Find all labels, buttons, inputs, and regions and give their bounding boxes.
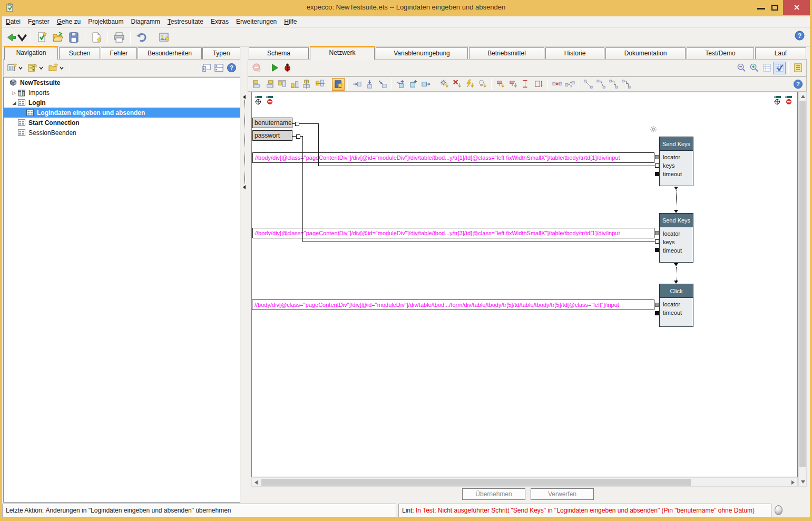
close-button[interactable]	[783, 0, 810, 15]
input-benutername[interactable]: benutername	[252, 118, 292, 128]
menu-diagramm[interactable]: Diagramm	[128, 16, 164, 27]
timeout-pin[interactable]	[655, 248, 659, 252]
snap-to-grid-button[interactable]	[773, 62, 786, 74]
tab-navigation[interactable]: Navigation	[4, 46, 58, 60]
tab-typen[interactable]: Typen	[202, 47, 240, 59]
locator-xpath-2[interactable]: //body/div[@class="pageContentDiv"]/div[…	[252, 228, 654, 238]
keys-pin[interactable]	[655, 239, 659, 244]
passwort-output-pin[interactable]	[296, 134, 300, 139]
delete-step-button[interactable]	[451, 78, 463, 91]
expander-collapsed-icon[interactable]: ▷	[11, 90, 17, 95]
tab-test-demo[interactable]: Test/Demo	[687, 47, 754, 59]
tab-lauf[interactable]: Lauf	[755, 47, 806, 59]
tree-item-sessionbeenden[interactable]: SessionBeenden	[4, 128, 240, 138]
add-step-below-button[interactable]	[363, 78, 376, 91]
new-item-button[interactable]	[26, 62, 39, 74]
new-block-button[interactable]	[407, 78, 419, 91]
split-window-button[interactable]	[212, 62, 225, 74]
new-diagram-dropdown[interactable]	[18, 61, 23, 75]
tab-dokumentation[interactable]: Dokumentation	[605, 47, 686, 59]
connection-style-step2-button[interactable]	[607, 78, 620, 91]
debug-button[interactable]	[281, 62, 294, 74]
step-node-send-keys-1[interactable]: Send Keys locator keys timeout	[659, 137, 693, 186]
diagram-help-button[interactable]: ?	[791, 78, 804, 91]
show-grid-button[interactable]	[760, 62, 773, 74]
align-center-vertical-button[interactable]	[314, 78, 326, 91]
open-button[interactable]	[50, 30, 66, 45]
scroll-up-arrow[interactable]	[801, 95, 805, 98]
help-button[interactable]: ?	[795, 31, 805, 42]
vertical-scroll-thumb[interactable]	[799, 101, 806, 467]
menu-testresultate[interactable]: Testresultate	[164, 16, 207, 27]
reconnect-pins-button[interactable]: ?	[563, 78, 576, 91]
menu-extras[interactable]: Extras	[207, 16, 232, 27]
minimize-button[interactable]	[757, 8, 765, 9]
horizontal-scroll-thumb[interactable]	[261, 479, 691, 486]
diagram-canvas[interactable]: benutername passwort //body/div[@class="…	[251, 92, 798, 477]
menu-datei[interactable]: Datei	[2, 16, 24, 27]
maximize-button[interactable]	[771, 5, 778, 11]
tab-variablenumgebung[interactable]: Variablenumgebung	[376, 47, 468, 59]
verify-button[interactable]	[34, 30, 50, 45]
new-item-dropdown[interactable]	[39, 61, 44, 75]
comment-button[interactable]	[476, 78, 488, 91]
new-step-button[interactable]	[332, 78, 345, 91]
run-button[interactable]	[268, 62, 281, 74]
tree-item-start-connection[interactable]: Start Connection	[4, 118, 240, 128]
tree-item-login[interactable]: ◢ Login	[4, 98, 240, 108]
menu-fenster[interactable]: Fenster	[24, 16, 53, 27]
distribute-vertical-button[interactable]	[520, 78, 532, 91]
keys-pin[interactable]	[655, 163, 659, 168]
locator-xpath-1[interactable]: //body/div[@class="pageContentDiv"]/div[…	[252, 152, 654, 163]
step-node-click[interactable]: Click locator timeout	[659, 284, 693, 327]
input-passwort[interactable]: passwort	[252, 130, 292, 141]
step-node-send-keys-2[interactable]: Send Keys locator keys timeout	[659, 213, 693, 263]
locator-pin[interactable]	[655, 155, 659, 159]
tab-besonderheiten[interactable]: Besonderheiten	[138, 47, 202, 59]
timeout-pin[interactable]	[655, 311, 659, 315]
resize-step-button[interactable]	[532, 78, 545, 91]
align-center-horizontal-button[interactable]	[301, 78, 314, 91]
new-input-pin-button[interactable]	[394, 78, 407, 91]
new-document-button[interactable]	[89, 30, 104, 45]
timeout-pin[interactable]	[655, 172, 659, 176]
input-pin-marker-icon[interactable]	[255, 95, 263, 105]
horizontal-scrollbar[interactable]	[251, 477, 798, 487]
tree-item-suite[interactable]: NewTestsuite	[4, 78, 240, 88]
vertical-scrollbar[interactable]	[798, 92, 807, 487]
pin-lower-button[interactable]	[507, 78, 520, 91]
benutername-output-pin[interactable]	[295, 122, 299, 126]
menu-gehe-zu[interactable]: Gehe zu	[53, 16, 84, 27]
align-left-button[interactable]	[250, 78, 263, 91]
tab-historie[interactable]: Historie	[545, 47, 604, 59]
connection-style-direct-button[interactable]	[582, 78, 594, 91]
new-diagram-button[interactable]	[6, 62, 18, 74]
connection-style-ortho-button[interactable]	[620, 78, 632, 91]
undo-button[interactable]	[134, 30, 150, 45]
add-input-pin-button[interactable]	[350, 78, 363, 91]
scroll-right-arrow[interactable]	[791, 480, 795, 485]
new-folder-button[interactable]	[47, 62, 60, 74]
connection-style-step1-button[interactable]	[594, 78, 607, 91]
tree-item-logindaten[interactable]: Logindaten eingeben und absenden	[4, 108, 240, 118]
tree-item-imports[interactable]: ▷ Imports	[4, 88, 240, 98]
float-window-button[interactable]	[200, 62, 212, 74]
tab-fehler[interactable]: Fehler	[101, 47, 137, 59]
apply-button[interactable]: Übernehmen	[462, 488, 525, 500]
save-button[interactable]	[66, 30, 82, 45]
log-button[interactable]	[791, 62, 804, 74]
refresh-image-button[interactable]	[156, 30, 172, 45]
apply-settings-button[interactable]	[438, 78, 451, 91]
disconnect-pins-button[interactable]	[551, 78, 563, 91]
new-output-pin-button[interactable]	[419, 78, 432, 91]
tab-schema[interactable]: Schema	[249, 47, 309, 59]
scroll-left-arrow[interactable]	[255, 480, 258, 485]
discard-button[interactable]: Verwerfen	[531, 488, 594, 500]
panel-splitter[interactable]	[241, 47, 248, 503]
expander-expanded-icon[interactable]: ◢	[11, 100, 17, 105]
align-top-button[interactable]	[276, 78, 288, 91]
locator-pin[interactable]	[655, 303, 659, 307]
output-pin-marker-icon[interactable]	[266, 95, 275, 105]
locator-pin[interactable]	[655, 231, 659, 235]
pin-raise-button[interactable]	[494, 78, 507, 91]
